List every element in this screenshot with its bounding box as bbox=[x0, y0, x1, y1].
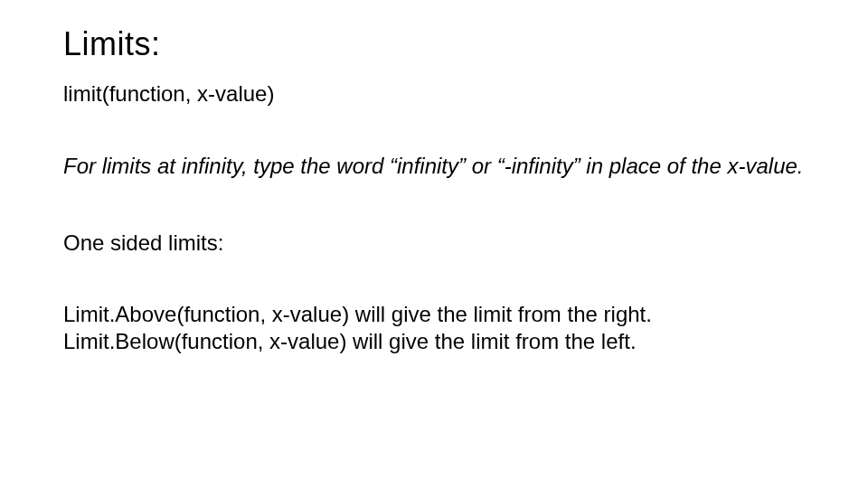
one-sided-heading: One sided limits: bbox=[63, 230, 805, 256]
page-title: Limits: bbox=[63, 25, 805, 63]
limit-below-text: Limit.Below(function, x-value) will give… bbox=[63, 328, 805, 355]
infinity-note: For limits at infinity, type the word “i… bbox=[63, 154, 805, 180]
limit-syntax: limit(function, x-value) bbox=[63, 81, 805, 107]
limit-above-text: Limit.Above(function, x-value) will give… bbox=[63, 301, 805, 328]
